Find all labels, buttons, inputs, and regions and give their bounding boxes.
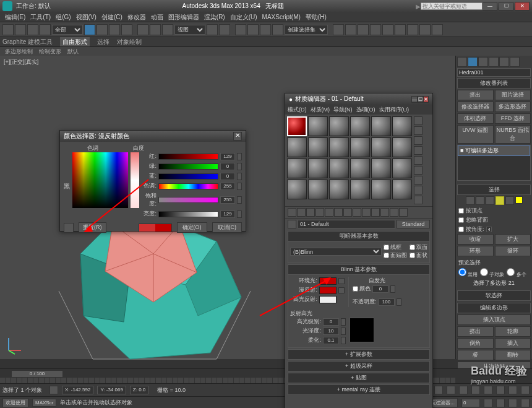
selection-color-swatch[interactable] <box>515 196 523 204</box>
me-menu-material[interactable]: 材质(M) <box>311 105 330 115</box>
play-button[interactable] <box>447 386 455 394</box>
specular-color-swatch[interactable] <box>319 296 337 303</box>
coord-y[interactable]: Y: -34.069 <box>97 386 126 394</box>
nav-pan[interactable] <box>484 386 492 394</box>
btn-bevel[interactable]: 倒角 <box>457 338 494 349</box>
unlink-button[interactable] <box>40 24 51 35</box>
slider-spin-1[interactable] <box>237 163 242 170</box>
schematic-button[interactable] <box>382 24 393 35</box>
layers-button[interactable] <box>358 24 369 35</box>
chk-faceted[interactable] <box>410 253 415 258</box>
chk-facemap[interactable] <box>384 253 389 258</box>
cp-tab-create[interactable] <box>457 57 467 67</box>
btn-flip[interactable]: 翻转 <box>495 350 531 360</box>
mod-btn-polysel[interactable]: 多边形选择 <box>495 102 531 112</box>
select-name-button[interactable] <box>97 24 108 35</box>
radio-preview-sub[interactable] <box>480 268 488 276</box>
cp-tab-modify[interactable] <box>468 57 478 67</box>
timeline[interactable]: 0 / 100 <box>0 368 532 383</box>
coord-x[interactable]: X: -142.592 <box>62 386 93 394</box>
me-show-map[interactable] <box>362 208 371 217</box>
ribbon-tab-freeform[interactable]: 自由形式 <box>60 37 90 46</box>
align-button[interactable] <box>345 24 356 35</box>
subribbon-default[interactable]: 默认 <box>67 47 79 56</box>
me-preview[interactable] <box>414 166 423 175</box>
color-spectrum[interactable] <box>72 152 128 208</box>
btn-shrink[interactable]: 收缩 <box>457 234 494 245</box>
material-sample-9[interactable] <box>350 137 370 157</box>
filter-dropdown[interactable]: 全部 <box>52 25 83 35</box>
app-icon[interactable] <box>2 1 12 11</box>
mod-btn-modsel[interactable]: 修改选择器 <box>457 102 494 112</box>
me-max[interactable]: ☐ <box>418 96 423 103</box>
slider-bar-3[interactable] <box>158 183 218 189</box>
slider-val-2[interactable]: 0 <box>220 173 235 180</box>
rotate-button[interactable] <box>150 24 161 35</box>
spin-angle[interactable] <box>486 227 492 232</box>
me-video-check[interactable] <box>414 156 423 165</box>
me-close[interactable]: ✕ <box>423 96 429 103</box>
mod-btn-uvw[interactable]: UVW 贴图 <box>457 125 494 144</box>
undo-button[interactable] <box>2 24 14 35</box>
material-sample-14[interactable] <box>329 158 349 178</box>
btn-loop[interactable]: 循环 <box>495 246 531 256</box>
diffuse-color-swatch[interactable] <box>319 287 337 294</box>
diffuse-lock[interactable] <box>338 287 345 293</box>
radio-preview-multi[interactable] <box>507 268 515 276</box>
named-selection-sets[interactable]: 创建选择集 <box>285 25 328 35</box>
rollout-maps[interactable]: + 贴图 <box>288 373 430 383</box>
rollout-blinn-params[interactable]: Blinn 基本参数 <box>288 264 430 275</box>
me-menu-mode[interactable]: 模式(D) <box>288 105 307 115</box>
me-putmat[interactable] <box>297 208 306 217</box>
slider-val-1[interactable]: 0 <box>220 163 235 170</box>
material-sample-4[interactable] <box>371 116 391 136</box>
shader-dropdown[interactable]: (B)Blinn <box>290 248 382 256</box>
redo-button[interactable] <box>15 24 26 35</box>
mod-btn-imgsel[interactable]: 图片选择 <box>495 90 531 100</box>
material-sample-15[interactable] <box>350 158 370 178</box>
cp-tab-hierarchy[interactable] <box>478 57 488 67</box>
material-sample-8[interactable] <box>329 137 349 157</box>
me-show-end[interactable] <box>371 208 380 217</box>
maximize-button[interactable]: ☐ <box>499 2 513 11</box>
ambient-lock[interactable] <box>338 278 345 284</box>
slider-spin-5[interactable] <box>237 211 242 218</box>
speclevel-spin[interactable] <box>323 318 339 326</box>
mod-btn-extrude[interactable]: 挤出 <box>457 90 494 100</box>
menu-customize[interactable]: 自定义(U) <box>228 12 260 22</box>
refcoord-dropdown[interactable]: 视图 <box>174 25 205 35</box>
cp-tab-motion[interactable] <box>489 57 499 67</box>
radio-preview-off[interactable] <box>458 268 466 276</box>
me-background[interactable] <box>414 136 423 145</box>
nav-pan2[interactable] <box>508 399 517 407</box>
render-button[interactable] <box>432 24 443 35</box>
me-menu-options[interactable]: 选项(O) <box>356 105 375 115</box>
me-matid[interactable] <box>414 196 423 204</box>
material-sample-2[interactable] <box>329 116 349 136</box>
slider-val-0[interactable]: 129 <box>220 153 235 160</box>
render-setup-button[interactable] <box>407 24 418 35</box>
select-button[interactable] <box>84 24 95 35</box>
slider-bar-2[interactable] <box>158 173 218 180</box>
btn-inset[interactable]: 插入 <box>495 338 531 349</box>
me-getmat[interactable] <box>288 208 296 217</box>
cp-tab-utilities[interactable] <box>510 57 520 67</box>
material-sample-5[interactable] <box>392 116 412 136</box>
rollout-supersample[interactable]: + 超级采样 <box>288 361 430 371</box>
scale-button[interactable] <box>162 24 173 35</box>
play-prev[interactable] <box>434 386 443 394</box>
nav-max[interactable] <box>521 386 530 394</box>
nav-zoom[interactable] <box>508 386 517 394</box>
me-uvtile[interactable] <box>414 146 423 155</box>
whiteness-bar[interactable] <box>131 152 139 208</box>
slider-val-3[interactable]: 255 <box>220 183 235 190</box>
menu-group[interactable]: 组(G) <box>53 12 73 22</box>
me-select-by[interactable] <box>414 186 423 194</box>
nav-minmax[interactable] <box>521 399 530 407</box>
me-nav-sibling[interactable] <box>390 208 398 217</box>
subobj-vertex[interactable] <box>466 196 474 205</box>
subribbon-paintdeform[interactable]: 绘制变形 <box>39 47 61 56</box>
speclevel-spinbtn[interactable] <box>341 318 346 326</box>
material-sample-20[interactable] <box>329 180 349 199</box>
menu-edit[interactable]: 编辑(E) <box>2 12 28 22</box>
